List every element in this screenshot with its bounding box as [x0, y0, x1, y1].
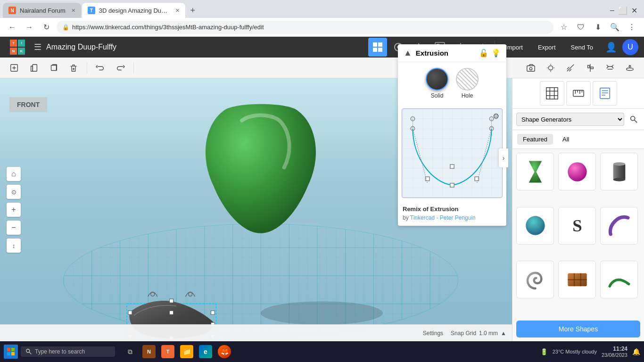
svg-point-25	[63, 224, 458, 337]
shape-category-select[interactable]: Shape Generators	[516, 113, 624, 126]
shape-generator-selector: Shape Generators	[512, 109, 644, 130]
measure-button[interactable]	[562, 59, 579, 76]
paste-button[interactable]	[25, 59, 42, 76]
settings-button[interactable]: Settings	[423, 330, 443, 337]
edge-taskbar[interactable]: e	[197, 343, 214, 360]
curve-editor-svg[interactable]	[402, 109, 502, 197]
shape-hourglass[interactable]	[516, 153, 554, 190]
extrusion-caption: Remix of Extrusion	[398, 202, 506, 214]
extension-icon[interactable]: 🛡	[574, 21, 587, 34]
shape-sphere-magenta[interactable]	[558, 153, 596, 190]
date: 23/08/2023	[602, 352, 627, 358]
main-content: FRONT ⌂ ⊙ + − ↕	[0, 78, 644, 341]
minimize-button[interactable]: –	[610, 6, 614, 15]
notification-icon[interactable]: 🔔	[632, 348, 640, 355]
tinkercad-logo[interactable]: T I N K	[6, 40, 29, 55]
search-button[interactable]	[627, 113, 640, 126]
svg-rect-75	[613, 164, 625, 180]
snap-grid-control[interactable]: Snap Grid 1.0 mm ▲	[451, 330, 506, 337]
grid3d-button[interactable]	[540, 81, 564, 106]
download-icon[interactable]: ⬇	[591, 21, 604, 34]
shape-cylinder-dark[interactable]	[600, 153, 638, 190]
workplane-button[interactable]	[621, 59, 638, 76]
battery-icon: 🔋	[540, 348, 548, 355]
zoom-icon[interactable]: 🔍	[608, 21, 621, 34]
delete-button[interactable]	[65, 59, 82, 76]
extrusion-by: by Tinkercad - Peter Penguin	[398, 214, 506, 226]
hole-option[interactable]: Hole	[456, 78, 479, 99]
svg-rect-57	[450, 165, 454, 168]
tab-tinkercad[interactable]: T 3D design Amazing Duup-Fulffy ✕	[82, 3, 185, 18]
extrusion-editor[interactable]: ⚙	[402, 108, 503, 198]
app-header: T I N K ☰ Amazing Duup-Fulffy	[0, 37, 644, 58]
flip-button[interactable]	[602, 59, 619, 76]
system-tray-icons: 🔋	[540, 348, 548, 355]
shape-letter-s[interactable]: S	[558, 207, 596, 245]
svg-rect-11	[31, 66, 33, 71]
notes-button[interactable]	[593, 81, 617, 106]
taskbar-search[interactable]: Type here to search	[21, 346, 115, 357]
gear-icon[interactable]: ⚙	[493, 112, 499, 121]
duplicate-button[interactable]	[45, 59, 62, 76]
add-user-button[interactable]: 👤	[602, 38, 620, 57]
menu-icon[interactable]: ⋮	[625, 21, 638, 34]
bookmark-icon[interactable]: ☆	[557, 21, 570, 34]
svg-text:S: S	[572, 216, 582, 235]
shape-chocolate[interactable]	[558, 261, 596, 298]
start-button[interactable]	[4, 345, 18, 359]
undo-button[interactable]	[92, 59, 109, 76]
tab-all[interactable]: All	[557, 134, 575, 145]
svg-rect-32	[170, 299, 173, 303]
forward-button[interactable]: →	[23, 21, 36, 34]
shape-arc-green[interactable]	[600, 261, 638, 298]
solid-option[interactable]: Solid	[426, 78, 448, 99]
shape-torus[interactable]	[516, 207, 554, 245]
tab-nairaland[interactable]: N Nairaland Forum ✕	[3, 3, 81, 18]
tab-close-tinkercad[interactable]: ✕	[175, 8, 180, 14]
new-tab-button[interactable]: +	[186, 4, 199, 17]
hole-circle	[456, 78, 479, 90]
shape-coil[interactable]	[516, 261, 554, 298]
address-bar[interactable]: 🔒 https://www.tinkercad.com/things/3thss…	[57, 21, 553, 34]
url-text: https://www.tinkercad.com/things/3thssje…	[72, 24, 264, 31]
hamburger-icon[interactable]: ☰	[34, 42, 41, 52]
send-to-button[interactable]: Send To	[564, 41, 600, 54]
svg-rect-21	[588, 65, 590, 67]
user-avatar[interactable]: U	[622, 39, 638, 55]
svg-rect-31	[128, 311, 132, 314]
camera-button[interactable]	[522, 59, 539, 76]
tab-featured[interactable]: Featured	[517, 134, 553, 145]
tab-close-nairaland[interactable]: ✕	[71, 8, 75, 14]
light-button[interactable]	[542, 59, 559, 76]
author-link[interactable]: Tinkercad - Peter Penguin	[410, 214, 476, 221]
close-button[interactable]: ✕	[631, 6, 637, 15]
svg-rect-13	[527, 66, 535, 71]
maximize-button[interactable]: ⬜	[618, 6, 627, 15]
back-button[interactable]: ←	[6, 21, 19, 34]
tinkercad-taskbar[interactable]: T	[159, 343, 176, 360]
more-shapes-button[interactable]: More Shapes	[516, 321, 640, 337]
svg-point-76	[613, 162, 625, 165]
firefox-taskbar[interactable]: 🦊	[216, 343, 233, 360]
shape-curve-purple[interactable]	[600, 207, 638, 245]
align-tool-button[interactable]	[582, 59, 599, 76]
nairaland-taskbar[interactable]: N	[140, 343, 157, 360]
svg-point-15	[548, 66, 553, 70]
by-label: by	[403, 214, 409, 221]
svg-rect-83	[7, 348, 10, 351]
copy-to-workplane-button[interactable]	[6, 59, 23, 76]
export-button[interactable]: Export	[531, 41, 562, 54]
taskview-button[interactable]: ⧉	[122, 343, 139, 360]
panel-collapse-arrow[interactable]: ›	[499, 148, 508, 167]
svg-rect-84	[11, 348, 15, 351]
grid-view-button[interactable]	[368, 38, 387, 57]
redo-button[interactable]	[112, 59, 129, 76]
svg-point-27	[261, 301, 383, 325]
snap-grid-arrow[interactable]: ▲	[501, 330, 506, 337]
refresh-button[interactable]: ↻	[40, 21, 53, 34]
logo-i: I	[18, 40, 25, 47]
hole-label: Hole	[462, 92, 473, 99]
ruler-button[interactable]	[566, 81, 591, 106]
files-taskbar[interactable]: 📁	[178, 343, 195, 360]
svg-point-87	[26, 349, 30, 353]
